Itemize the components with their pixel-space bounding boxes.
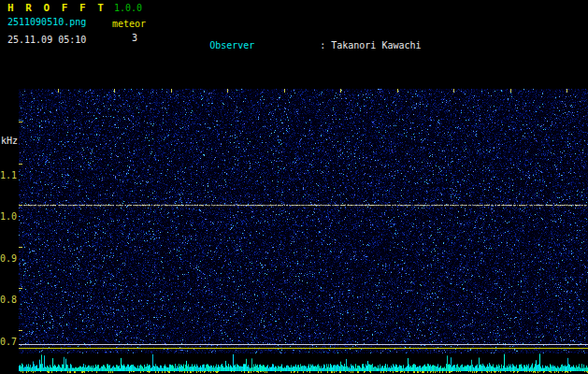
mode-label: meteor: [112, 19, 146, 29]
freq-axis-label: 0.7: [0, 337, 16, 347]
signal-level-canvas: [0, 353, 588, 374]
freq-axis-label: 1.1: [0, 170, 16, 180]
info-value: : Takanori Kawachi: [320, 40, 421, 50]
output-filename: 2511090510.png: [7, 17, 86, 27]
spectrogram-canvas: [19, 89, 588, 353]
freq-axis-label: 0.8: [0, 295, 16, 305]
freq-axis-label: 1.0: [0, 211, 16, 222]
app-title: H R O F F T: [7, 2, 107, 14]
echo-count: 3: [132, 33, 137, 43]
freq-axis-label: 0.9: [0, 253, 16, 264]
freq-unit-label: kHz: [1, 136, 18, 146]
app-version: 1.0.0: [114, 3, 142, 13]
observation-datetime: 25.11.09 05:10: [7, 35, 86, 45]
info-label: Observer: [209, 39, 320, 51]
hrofft-output-window: H R O F F T 1.0.0 2511090510.png meteor …: [0, 0, 588, 374]
header: H R O F F T 1.0.0 2511090510.png meteor …: [0, 0, 588, 53]
